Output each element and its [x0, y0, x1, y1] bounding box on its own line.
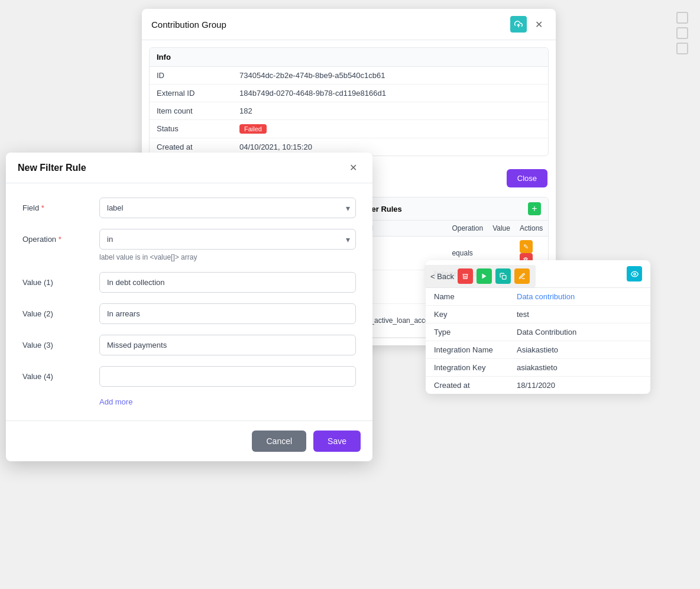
filter-rule-close[interactable]: ✕ — [346, 161, 361, 174]
operation-select[interactable]: in equals not_equal scope — [99, 229, 356, 250]
filter-col-value: Value — [488, 221, 515, 237]
int-label-integration-key: Integration Key — [434, 363, 517, 372]
info-row-external-id: External ID 184b749d-0270-4648-9b78-cd11… — [150, 85, 548, 102]
int-label-integration-name: Integration Name — [434, 345, 517, 354]
value2-row: Value (2) — [22, 303, 356, 324]
info-section-title: Info — [150, 48, 548, 67]
int-row-created-at: Created at 18/11/2020 — [426, 377, 650, 394]
operation-hint: label value is in <value[]> array — [99, 253, 356, 261]
int-value-integration-key: asiakastieto — [517, 363, 558, 372]
int-row-type: Type Data Contribution — [426, 323, 650, 341]
value2-input[interactable] — [99, 303, 356, 324]
int-value-key: test — [517, 310, 529, 319]
value4-row: Value (4) — [22, 366, 356, 387]
filter-rule-header: New Filter Rule ✕ — [6, 153, 372, 183]
value3-input[interactable] — [99, 335, 356, 355]
bg-square-2 — [676, 27, 688, 39]
toolbar-delete-button[interactable] — [458, 268, 473, 284]
upload-button[interactable] — [510, 16, 527, 33]
int-value-type: Data Contribution — [517, 328, 576, 336]
filter-rule-body: Field * label status with_active_loan_ac… — [6, 183, 372, 420]
info-label-external-id: External ID — [157, 89, 239, 98]
add-more-link[interactable]: Add more — [99, 397, 356, 406]
integration-body: Name Data contribution Key test Type Dat… — [426, 288, 650, 394]
info-label-status: Status — [157, 124, 239, 134]
cancel-button[interactable]: Cancel — [252, 431, 306, 452]
info-row-item-count: Item count 182 — [150, 102, 548, 120]
info-label-created-at: Created at — [157, 143, 239, 151]
svg-marker-1 — [482, 274, 487, 279]
int-label-type: Type — [434, 328, 517, 336]
svg-point-3 — [633, 273, 635, 274]
integration-eye-button[interactable] — [627, 266, 642, 281]
int-row-name: Name Data contribution — [426, 288, 650, 306]
filter-col-actions: Actions — [515, 221, 548, 237]
bg-square-3 — [676, 43, 688, 54]
value3-label: Value (3) — [22, 341, 99, 349]
svg-rect-2 — [503, 276, 507, 280]
field-label: Field * — [22, 203, 99, 212]
info-value-item-count: 182 — [239, 106, 252, 115]
toolbar-play-button[interactable] — [477, 268, 492, 284]
info-section: Info ID 734054dc-2b2e-474b-8be9-a5b540c1… — [149, 47, 549, 156]
filter-edit-1[interactable]: ✎ — [520, 240, 533, 253]
info-label-item-count: Item count — [157, 106, 239, 115]
info-row-id: ID 734054dc-2b2e-474b-8be9-a5b540c1cb61 — [150, 67, 548, 85]
int-label-created-at: Created at — [434, 381, 517, 390]
filter-rules-header: Filter Rules + — [353, 198, 548, 221]
int-row-key: Key test — [426, 306, 650, 323]
info-value-created-at: 04/10/2021, 10:15:20 — [239, 143, 312, 151]
info-label-id: ID — [157, 71, 239, 80]
modal-header-actions: ✕ — [510, 16, 546, 33]
info-value-id: 734054dc-2b2e-474b-8be9-a5b540c1cb61 — [239, 71, 385, 80]
int-value-integration-name: Asiakastieto — [517, 345, 558, 354]
operation-label: Operation * — [22, 235, 99, 244]
filter-rule-modal: New Filter Rule ✕ Field * label status w… — [6, 153, 372, 461]
field-select-wrapper: label status with_active_loan_accounts ▾ — [99, 198, 356, 218]
contribution-modal-title: Contribution Group — [151, 20, 226, 30]
save-button[interactable]: Save — [313, 431, 361, 452]
bg-decoration — [676, 12, 688, 54]
add-filter-rule-button[interactable]: + — [528, 202, 541, 215]
operation-row: Operation * in equals not_equal scope ▾ — [22, 229, 356, 250]
value1-input[interactable] — [99, 272, 356, 293]
toolbar-edit-button[interactable] — [514, 268, 530, 284]
filter-col-operation: Operation — [447, 221, 488, 237]
value4-input[interactable] — [99, 366, 356, 387]
filter-rule-title: New Filter Rule — [18, 163, 86, 173]
info-value-external-id: 184b749d-0270-4648-9b78-cd119e8166d1 — [239, 89, 386, 98]
bg-square-1 — [676, 12, 688, 24]
info-row-status: Status Failed — [150, 120, 548, 138]
int-label-name: Name — [434, 292, 517, 301]
field-row: Field * label status with_active_loan_ac… — [22, 198, 356, 218]
value4-label: Value (4) — [22, 372, 99, 381]
value3-row: Value (3) — [22, 335, 356, 355]
operation-select-wrapper: in equals not_equal scope ▾ — [99, 229, 356, 250]
back-label: < Back — [430, 272, 454, 281]
contribution-modal-header: Contribution Group ✕ — [142, 9, 556, 40]
int-label-key: Key — [434, 310, 517, 319]
close-button[interactable]: Close — [507, 169, 547, 187]
int-value-name[interactable]: Data contribution — [517, 292, 575, 301]
field-select[interactable]: label status with_active_loan_accounts — [99, 198, 356, 218]
contribution-modal-close[interactable]: ✕ — [532, 18, 546, 31]
int-value-created-at: 18/11/2020 — [517, 381, 555, 390]
int-row-integration-name: Integration Name Asiakastieto — [426, 341, 650, 359]
value1-label: Value (1) — [22, 278, 99, 287]
toolbar-copy-button[interactable] — [495, 268, 511, 284]
int-row-integration-key: Integration Key asiakastieto — [426, 359, 650, 377]
back-button[interactable]: < Back — [430, 272, 454, 281]
status-badge: Failed — [239, 124, 267, 134]
value1-row: Value (1) — [22, 272, 356, 293]
filter-rule-footer: Cancel Save — [6, 420, 372, 461]
value2-label: Value (2) — [22, 309, 99, 318]
toolbar-bar: < Back — [424, 265, 536, 287]
